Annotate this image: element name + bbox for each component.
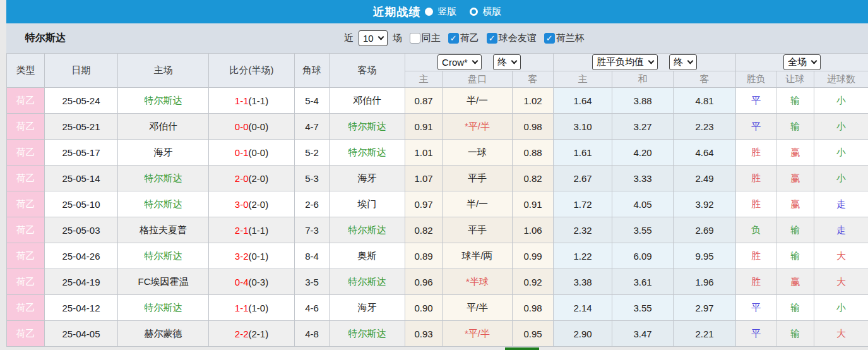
- avg-away-value: 3.92: [674, 191, 736, 217]
- avg-home-value: 1.22: [554, 243, 612, 269]
- goals-value: 大: [814, 243, 868, 269]
- table-row: 荷乙 25-05-10 特尔斯达 3-0(2-0) 2-6 埃门 0.97 半/…: [7, 191, 868, 217]
- outcome-value: 胜: [736, 140, 776, 166]
- home-team: 海牙: [118, 140, 209, 166]
- halftime-score: (2-1): [249, 329, 269, 339]
- odds-away-value: 0.82: [513, 166, 554, 191]
- score-cell: 0-4(0-3): [209, 269, 295, 295]
- odds-home-value: 0.93: [405, 321, 443, 347]
- avg-draw-value: 3.88: [612, 88, 674, 114]
- col-header-home: 主场: [118, 54, 209, 88]
- handicap-result-value: 赢: [776, 191, 814, 217]
- avg-away-value: 2.23: [674, 114, 736, 140]
- scope-select[interactable]: 全场: [783, 54, 821, 70]
- fulltime-score: 2-2: [235, 329, 249, 339]
- col-header-away: 客场: [330, 54, 405, 88]
- avg-away-value: 2.49: [674, 166, 736, 191]
- layout-radio-vertical[interactable]: 竖版: [425, 6, 457, 18]
- odds-home-value: 1.07: [405, 166, 443, 191]
- col-header-corners: 角球: [295, 54, 330, 88]
- odds-away-value: 0.98: [513, 114, 554, 140]
- handicap-value: 半/一: [443, 191, 513, 217]
- outcome-value: 平: [736, 88, 776, 114]
- match-type: 荷乙: [7, 243, 45, 269]
- away-team: 特尔斯达: [330, 269, 405, 295]
- odds-home-value: 0.96: [405, 269, 443, 295]
- away-team: 海牙: [330, 166, 405, 191]
- avg-away-value: 9.95: [674, 243, 736, 269]
- avg-draw-value: 3.33: [612, 166, 674, 191]
- home-team: 特尔斯达: [118, 295, 209, 321]
- outcome-value: 平: [736, 321, 776, 347]
- table-row: 荷乙 25-04-26 特尔斯达 3-2(0-1) 8-4 奥斯 0.89 球半…: [7, 243, 868, 269]
- avg-draw-value: 4.05: [612, 191, 674, 217]
- outcome-value: 平: [736, 114, 776, 140]
- corners: 2-6: [295, 191, 330, 217]
- layout-radio-horizontal[interactable]: 横版: [461, 6, 502, 18]
- corners: 7-3: [295, 217, 330, 243]
- odds-time-select[interactable]: 终: [493, 54, 521, 70]
- match-date: 25-05-17: [45, 140, 118, 166]
- corners: 5-2: [295, 140, 330, 166]
- scope-group-header: 全场: [736, 54, 868, 71]
- goals-value: 小: [814, 88, 868, 114]
- filter-dutch-cup[interactable]: ✓ 荷兰杯: [539, 32, 585, 44]
- table-row: 荷乙 25-04-12 特尔斯达 1-1(1-0) 4-6 海牙 0.90 平/…: [7, 295, 868, 321]
- filter-same-home[interactable]: 同主: [405, 32, 441, 44]
- goals-value: 小: [814, 166, 868, 191]
- outcome-value: 负: [736, 217, 776, 243]
- near-label: 近: [344, 32, 354, 44]
- fulltime-score: 2-1: [235, 225, 249, 236]
- odds-home-value: 0.91: [405, 114, 443, 140]
- halftime-score: (1-1): [249, 225, 269, 236]
- subheader-avg-home: 主: [554, 71, 612, 88]
- odds-company-select[interactable]: Crow*: [437, 54, 482, 70]
- goals-value: 走: [814, 191, 868, 217]
- avg-away-value: 2.69: [674, 217, 736, 243]
- away-team: 特尔斯达: [330, 114, 405, 140]
- radio-icon: [470, 8, 478, 16]
- match-type: 荷乙: [7, 191, 45, 217]
- score-cell: 3-0(2-0): [209, 191, 295, 217]
- fulltime-score: 0-4: [235, 277, 249, 287]
- avg-draw-value: 3.47: [612, 321, 674, 347]
- outcome-value: 平: [736, 295, 776, 321]
- results-table: 类型 日期 主场 比分(半场) 角球 客场 Crow* 终: [6, 53, 868, 347]
- handicap-value: 半/一: [443, 88, 513, 114]
- filter-club-friendly[interactable]: ✓ 球会友谊: [482, 32, 537, 44]
- subheader-avg-draw: 和: [612, 71, 674, 88]
- checkbox-icon[interactable]: ✓: [487, 33, 497, 44]
- chevron-down-icon: [378, 34, 384, 40]
- fulltime-score: 0-1: [235, 147, 249, 158]
- outcome-value: 胜: [736, 166, 776, 191]
- games-label: 场: [393, 32, 402, 44]
- away-team: 特尔斯达: [330, 321, 405, 347]
- checkbox-icon[interactable]: [410, 33, 420, 44]
- match-type: 荷乙: [7, 114, 45, 140]
- handicap-value: 平手: [443, 217, 513, 243]
- checkbox-icon[interactable]: ✓: [544, 33, 555, 44]
- home-team: 赫尔蒙德: [118, 321, 209, 347]
- outcome-value: 胜: [736, 269, 776, 295]
- odds-home-value: 1.01: [405, 140, 443, 166]
- handicap-value: 一球: [443, 140, 513, 166]
- handicap-result-value: 输: [776, 88, 814, 114]
- score-cell: 3-2(0-1): [209, 243, 295, 269]
- check-icon: ✓: [546, 33, 553, 43]
- goals-value: 走: [814, 217, 868, 243]
- checkbox-icon[interactable]: ✓: [448, 33, 459, 44]
- table-row: 荷乙 25-05-17 海牙 0-1(0-0) 5-2 特尔斯达 1.01 一球…: [7, 140, 868, 166]
- handicap-result-value: 输: [776, 321, 814, 347]
- fulltime-score: 0-0: [235, 121, 249, 132]
- match-count-select[interactable]: 10: [359, 30, 388, 46]
- subheader-odds-home: 主: [405, 71, 443, 88]
- avg-away-value: 4.81: [674, 88, 736, 114]
- filter-league[interactable]: ✓ 荷乙: [443, 32, 479, 44]
- avg-time-select[interactable]: 终: [669, 54, 697, 70]
- corners: 4-8: [295, 321, 330, 347]
- check-icon: ✓: [489, 33, 496, 43]
- avg-away-value: 2.21: [674, 321, 736, 347]
- avg-type-select[interactable]: 胜平负均值: [592, 54, 658, 70]
- match-type: 荷乙: [7, 166, 45, 191]
- team-name: 特尔斯达: [25, 32, 66, 45]
